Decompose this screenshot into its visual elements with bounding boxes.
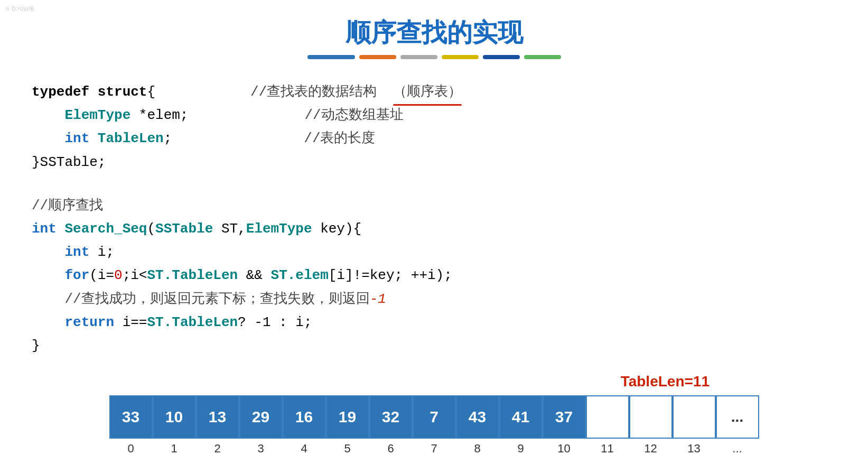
comment-struct: //查找表的数据结构 （顺序表）: [250, 80, 462, 104]
color-bar-darkblue: [483, 55, 520, 59]
st-elem: ST.elem: [271, 267, 329, 283]
index-10: 10: [543, 442, 586, 456]
comment-sequential: //顺序查找: [32, 198, 103, 214]
array-cells: 33 10 13 29 16 19 32 7 43 41 37 ...: [109, 395, 759, 439]
func-sig-line: int Search_Seq(SSTable ST,ElemType key){: [32, 217, 836, 240]
comment-search-line: //顺序查找: [32, 194, 836, 217]
seq-section: //顺序查找 int Search_Seq(SSTable ST,ElemTyp…: [32, 194, 836, 357]
cell-0: 33: [109, 395, 153, 439]
index-0: 0: [109, 442, 153, 456]
elemtype-keyword: ElemType: [64, 107, 130, 123]
cell-3: 29: [239, 395, 283, 439]
color-bar-green: [524, 55, 561, 59]
int-i-line: int i;: [32, 240, 836, 264]
close-sstable: }SSTable;: [32, 151, 836, 174]
st-tablelen-1: ST.TableLen: [147, 267, 238, 283]
cell-8: 43: [456, 395, 499, 439]
cell-7: 7: [413, 395, 456, 439]
cell-12: [629, 395, 673, 439]
brace-open: {: [147, 84, 155, 100]
tablelen-label: TableLen=11: [0, 373, 868, 390]
minus-one: -1: [370, 291, 386, 307]
func-params: (SSTable ST,ElemType key){: [147, 221, 361, 237]
keyword-int-2: int: [32, 221, 57, 237]
color-bar: [0, 55, 868, 59]
close-brace-line: }: [32, 334, 836, 357]
index-3: 3: [239, 442, 283, 456]
elemtype-line: ElemType *elem; //动态数组基址: [32, 104, 836, 127]
underlined-text: （顺序表）: [393, 80, 462, 104]
index-5: 5: [326, 442, 369, 456]
cell-6: 32: [369, 395, 413, 439]
watermark: ≡ b>iiw⊕: [5, 4, 35, 13]
index-9: 9: [499, 442, 543, 456]
index-12: 12: [629, 442, 673, 456]
num-zero: 0: [114, 267, 123, 283]
index-2: 2: [196, 442, 239, 456]
cell-11: [586, 395, 629, 439]
color-bar-yellow: [442, 55, 479, 59]
cell-5: 19: [326, 395, 369, 439]
comment-result: //查找成功，则返回元素下标；查找失败，则返回-1: [64, 291, 386, 307]
cell-1: 10: [153, 395, 196, 439]
keyword-int-3: int: [64, 244, 89, 260]
return-line: return i==ST.TableLen? -1 : i;: [32, 311, 836, 334]
array-section: 33 10 13 29 16 19 32 7 43 41 37 ... 0 1 …: [0, 395, 868, 456]
st-tablelen-2: ST.TableLen: [147, 314, 238, 330]
page-title: 顺序查找的实现: [0, 16, 868, 55]
color-bar-orange: [359, 55, 396, 59]
comment-elem: //动态数组基址: [304, 104, 403, 127]
cell-2: 13: [196, 395, 239, 439]
index-dots: ...: [716, 442, 759, 456]
keyword-int-1: int: [64, 131, 89, 146]
typedef-line: typedef struct{ //查找表的数据结构 （顺序表）: [32, 80, 836, 104]
tablelen-var: TableLen: [98, 131, 164, 146]
keyword-typedef: typedef struct: [32, 84, 147, 100]
color-bar-gray: [400, 55, 437, 59]
cell-10: 37: [543, 395, 586, 439]
index-11: 11: [586, 442, 629, 456]
cell-4: 16: [283, 395, 326, 439]
index-6: 6: [369, 442, 413, 456]
struct-section: typedef struct{ //查找表的数据结构 （顺序表） ElemTyp…: [32, 80, 836, 174]
func-name: Search_Seq: [64, 221, 147, 237]
index-4: 4: [283, 442, 326, 456]
cell-13: [673, 395, 716, 439]
keyword-for: for: [64, 267, 89, 283]
color-bar-blue: [307, 55, 355, 59]
comment-result-line: //查找成功，则返回元素下标；查找失败，则返回-1: [32, 287, 836, 311]
index-8: 8: [456, 442, 499, 456]
keyword-return: return: [64, 314, 114, 330]
index-13: 13: [673, 442, 716, 456]
array-indices: 0 1 2 3 4 5 6 7 8 9 10 11 12 13 ...: [109, 442, 759, 456]
index-1: 1: [153, 442, 196, 456]
typedef-code: typedef struct{: [32, 80, 155, 104]
for-loop-line: for(i=0;i<ST.TableLen && ST.elem[i]!=key…: [32, 264, 836, 287]
code-area: typedef struct{ //查找表的数据结构 （顺序表） ElemTyp…: [0, 75, 868, 363]
cell-dots: ...: [716, 395, 759, 439]
index-7: 7: [413, 442, 456, 456]
tablelen-code: int TableLen;: [32, 127, 172, 150]
cell-9: 41: [499, 395, 543, 439]
elemtype-code: ElemType *elem;: [32, 104, 188, 127]
tablelen-line: int TableLen; //表的长度: [32, 127, 836, 150]
comment-len: //表的长度: [304, 127, 375, 150]
